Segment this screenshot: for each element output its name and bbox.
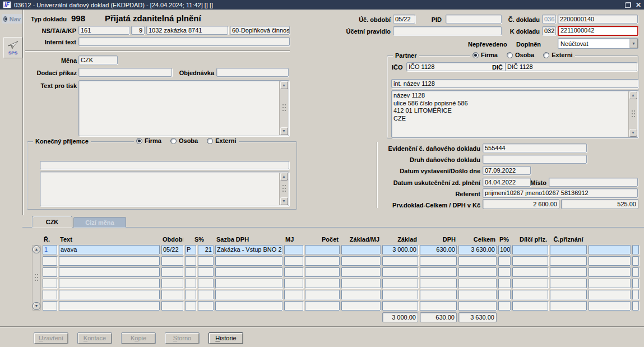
grid-cell-dph[interactable]: [420, 290, 457, 299]
k-dokladu-prefix-field[interactable]: 032: [542, 26, 556, 35]
konecny-radio-firma[interactable]: Firma: [136, 137, 161, 144]
tab-czk[interactable]: CZK: [32, 216, 72, 228]
dropdown-arrow-icon[interactable]: ▼: [629, 39, 638, 48]
grid-cell-sazba[interactable]: [215, 290, 282, 299]
grid-scroll-grip[interactable]: [34, 274, 39, 283]
grid-cell-zaklad[interactable]: 3 000.00: [382, 245, 418, 255]
grid-cell-zaklad_mj[interactable]: [341, 256, 381, 266]
grid-cell-p[interactable]: [498, 301, 511, 311]
konecny-radio-externi[interactable]: Externi: [207, 137, 236, 144]
druh-dokladu-field[interactable]: [483, 155, 587, 164]
scroll-up-icon[interactable]: ▲: [629, 91, 637, 99]
grid-scroll-up-icon[interactable]: ▲: [33, 246, 40, 253]
partner-radio-firma[interactable]: Firma: [472, 52, 498, 58]
grid-cell-celkem[interactable]: [458, 267, 497, 277]
ns-field[interactable]: 161: [78, 26, 129, 35]
grid-cell-dph[interactable]: [420, 256, 457, 266]
grid-cell-pocet[interactable]: [305, 290, 340, 299]
grid-cell-extra[interactable]: [589, 279, 631, 288]
grid-cell-cpriznani[interactable]: [550, 301, 587, 311]
c-dokladu-field[interactable]: 2200000140: [558, 15, 638, 24]
uc-obdobi-field[interactable]: 05/22: [393, 15, 415, 24]
grid-cell-text[interactable]: [59, 279, 160, 288]
grid-cell-sazba[interactable]: [215, 267, 282, 277]
grid-cell-cpriznani[interactable]: [550, 279, 587, 288]
grid-cell-zaklad[interactable]: [382, 301, 418, 311]
konecny-address-scrollbar[interactable]: ▲ ▼: [279, 173, 288, 205]
grid-cell-cpriznani[interactable]: [550, 256, 587, 266]
scroll-grip[interactable]: [282, 184, 286, 193]
grid-cell-dph[interactable]: [420, 267, 457, 277]
scroll-down-icon[interactable]: ▼: [280, 197, 288, 205]
grid-cell-end[interactable]: [632, 301, 639, 311]
restore-window-icon[interactable]: [625, 2, 631, 8]
text-pro-tisk-box[interactable]: ▲ ▼: [78, 80, 289, 136]
grid-cell-flag[interactable]: P: [185, 245, 196, 255]
grid-cell-p[interactable]: [498, 256, 511, 266]
grid-cell-sazba[interactable]: [215, 256, 282, 266]
misto-field[interactable]: [549, 178, 638, 187]
grid-cell-flag[interactable]: [185, 256, 196, 266]
partner-radio-osoba[interactable]: Osoba: [507, 52, 534, 58]
grid-cell-dilci[interactable]: [512, 290, 548, 299]
grid-cell-dilci[interactable]: [512, 279, 548, 288]
grid-scrollbar[interactable]: ▲ ▼: [32, 245, 41, 311]
text-pro-tisk-scrollbar[interactable]: ▲ ▼: [279, 81, 288, 135]
grid-scroll-down-icon[interactable]: ▼: [33, 302, 40, 310]
grid-cell-obdobi[interactable]: [161, 279, 183, 288]
grid-cell-sazba[interactable]: Zakázka - Vstup BNO 21: [215, 245, 282, 255]
ucetni-pravidlo-field[interactable]: [393, 26, 502, 35]
grid-cell-mj[interactable]: [284, 301, 303, 311]
dodaci-prikaz-field[interactable]: [78, 68, 172, 77]
scroll-grip[interactable]: [282, 104, 286, 113]
grid-cell-r[interactable]: [43, 279, 57, 288]
grid-cell-zaklad_mj[interactable]: [341, 245, 381, 255]
datum-vystaveni-field[interactable]: 07.09.2022: [483, 166, 531, 175]
grid-cell-extra[interactable]: [589, 267, 631, 277]
grid-cell-dph[interactable]: 630.00: [420, 245, 457, 255]
grid-cell-obdobi[interactable]: [161, 267, 183, 277]
grid-cell-s[interactable]: [198, 279, 214, 288]
grid-cell-cpriznani[interactable]: [550, 267, 587, 277]
grid-cell-end[interactable]: [632, 279, 639, 288]
grid-cell-zaklad_mj[interactable]: [341, 267, 381, 277]
uctovani-dropdown[interactable]: Neúčtovat ▼: [558, 38, 638, 49]
grid-cell-extra[interactable]: [589, 256, 631, 266]
grid-cell-s[interactable]: [198, 301, 214, 311]
grid-cell-pocet[interactable]: [305, 256, 340, 266]
grid-cell-pocet[interactable]: [305, 245, 340, 255]
grid-cell-mj[interactable]: [284, 245, 303, 255]
sps-button[interactable]: SPS: [3, 37, 22, 58]
scroll-up-icon[interactable]: ▲: [280, 81, 288, 89]
kp-field[interactable]: 60-Doplňková činnost: [230, 26, 290, 35]
grid-cell-r[interactable]: [43, 256, 57, 266]
grid-cell-celkem[interactable]: 3 630.00: [458, 245, 497, 255]
grid-cell-r[interactable]: 1: [43, 245, 57, 255]
grid-cell-cpriznani[interactable]: [550, 290, 587, 299]
a-field[interactable]: 1032 zakázka 8741: [146, 26, 228, 35]
partner-address-box[interactable]: název 1128 ulice 586 číslo popisné 586 4…: [391, 90, 638, 138]
tab-cizi-mena[interactable]: Cizí měna: [73, 217, 126, 228]
c-dokladu-prefix-field[interactable]: 036: [542, 15, 556, 24]
grid-cell-r[interactable]: [43, 301, 57, 311]
scroll-up-icon[interactable]: ▲: [280, 173, 288, 181]
mena-field[interactable]: CZK: [78, 55, 118, 64]
grid-cell-p[interactable]: 100: [498, 245, 511, 255]
grid-cell-end[interactable]: [632, 290, 639, 299]
uzavreni-button[interactable]: Uzavření: [34, 332, 68, 344]
grid-cell-s[interactable]: [198, 256, 214, 266]
grid-cell-flag[interactable]: [185, 290, 196, 299]
ta-field[interactable]: 9: [131, 26, 145, 35]
konecny-radio-osoba[interactable]: Osoba: [170, 137, 198, 144]
grid-cell-celkem[interactable]: [458, 290, 497, 299]
grid-cell-obdobi[interactable]: 05/22: [161, 245, 183, 255]
grid-cell-end[interactable]: [632, 267, 639, 277]
grid-cell-p[interactable]: [498, 279, 511, 288]
grid-cell-text[interactable]: [59, 290, 160, 299]
konecny-name-field[interactable]: [40, 161, 289, 169]
grid-cell-zaklad[interactable]: [382, 267, 418, 277]
grid-cell-flag[interactable]: [185, 267, 196, 277]
grid-cell-mj[interactable]: [284, 256, 303, 266]
grid-cell-mj[interactable]: [284, 279, 303, 288]
grid-cell-s[interactable]: [198, 290, 214, 299]
